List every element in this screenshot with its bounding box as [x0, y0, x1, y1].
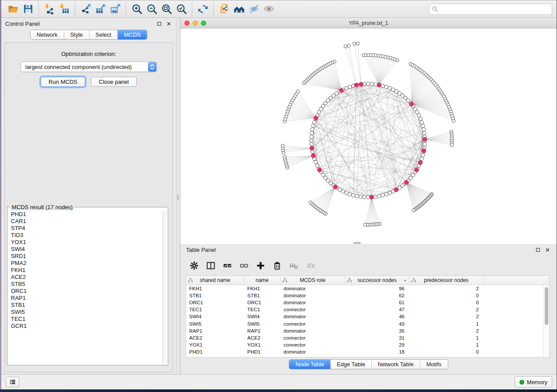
- control-panel-title: Control Panel: [5, 21, 40, 27]
- cell-mcds-role: dominator: [280, 314, 345, 319]
- mcds-result-item[interactable]: FKH1: [11, 267, 162, 274]
- split-panel-button[interactable]: [206, 261, 216, 271]
- add-column-plus-button[interactable]: [256, 261, 266, 271]
- table-row[interactable]: STB1STB1dominator620: [186, 292, 549, 299]
- mcds-result-item[interactable]: STB1: [11, 302, 162, 309]
- hide-selected-button[interactable]: [246, 3, 261, 16]
- cell-predecessor-nodes: 0: [409, 300, 484, 305]
- memory-button[interactable]: Memory: [515, 376, 552, 388]
- table-row[interactable]: PHD1PHD1dominator180: [186, 348, 549, 355]
- mcds-result-item[interactable]: GCR1: [11, 323, 162, 330]
- open-file-button[interactable]: [6, 3, 21, 16]
- table-row[interactable]: SWI5SWI5connector431: [186, 320, 549, 327]
- import-network-button[interactable]: [42, 3, 57, 16]
- mcds-result-item[interactable]: SWI5: [11, 309, 162, 316]
- mcds-result-item[interactable]: PMA2: [11, 260, 162, 267]
- select-all-checkboxes-button[interactable]: [222, 261, 232, 271]
- zoom-out-button[interactable]: [144, 3, 159, 16]
- float-table-panel-button[interactable]: [535, 247, 541, 253]
- export-network-button[interactable]: [78, 3, 93, 16]
- column-header-shared_name[interactable]: shared name: [186, 276, 244, 285]
- deselect-all-checkboxes-button[interactable]: [239, 261, 249, 271]
- network-canvas[interactable]: [180, 28, 557, 244]
- mcds-result-item[interactable]: ACE2: [11, 274, 162, 281]
- cell-name: RAP1: [244, 328, 280, 334]
- table-panel-title: Table Panel: [186, 247, 216, 253]
- mcds-result-item[interactable]: TEC1: [11, 316, 162, 323]
- column-header-mcds_role[interactable]: MCDS role: [280, 276, 345, 285]
- tab-style[interactable]: Style: [64, 30, 89, 39]
- zoom-selected-button[interactable]: [174, 3, 189, 16]
- column-header-successor_nodes[interactable]: successor nodes: [345, 276, 409, 285]
- panel-resize-grip[interactable]: [353, 242, 361, 244]
- cell-predecessor-nodes: 0: [409, 349, 484, 354]
- show-all-button[interactable]: [261, 3, 276, 16]
- mcds-result-item[interactable]: CAR1: [11, 218, 162, 225]
- zoom-fit-button[interactable]: [159, 3, 174, 16]
- cell-mcds-role: dominator: [280, 328, 345, 334]
- table-row[interactable]: SWI4SWI4dominator462: [186, 313, 549, 320]
- table-row[interactable]: RAP1RAP1dominator352: [186, 327, 549, 334]
- delete-trash-button[interactable]: [272, 261, 282, 271]
- refresh-button[interactable]: [195, 3, 210, 16]
- cell-mcds-role: connector: [280, 342, 345, 347]
- export-table-button[interactable]: [93, 3, 108, 16]
- cell-shared-name: RAP1: [186, 328, 244, 334]
- table-row[interactable]: ACE2ACE2connector311: [186, 334, 549, 341]
- network-graph[interactable]: [180, 28, 557, 244]
- float-panel-button[interactable]: [156, 21, 163, 27]
- control-panel-header: Control Panel: [1, 18, 176, 29]
- table-tab-node-table[interactable]: Node Table: [289, 360, 330, 369]
- table-row[interactable]: TEC1TEC1connector472: [186, 306, 549, 313]
- mcds-result-item[interactable]: STB5: [11, 281, 162, 288]
- close-window-icon[interactable]: [184, 21, 190, 26]
- mcds-result-item[interactable]: PHD1: [11, 211, 162, 218]
- column-header-name[interactable]: name: [244, 276, 280, 285]
- mcds-result-item[interactable]: TID3: [11, 232, 162, 239]
- mcds-result-item[interactable]: SRD1: [11, 253, 162, 260]
- mcds-result-scrollbar[interactable]: [162, 210, 167, 364]
- mcds-result-item[interactable]: SWI4: [11, 246, 162, 253]
- close-table-panel-button[interactable]: [544, 247, 551, 253]
- mcds-result-item[interactable]: STP4: [11, 225, 162, 232]
- table-row[interactable]: YOX1YOX1connector291: [186, 341, 549, 348]
- first-neighbors-icon: [233, 3, 245, 15]
- table-tab-network-table[interactable]: Network Table: [371, 360, 420, 369]
- vertical-splitter[interactable]: [176, 18, 180, 374]
- minimize-window-icon[interactable]: [193, 21, 198, 26]
- column-header-predecessor_nodes[interactable]: predecessor nodes: [409, 276, 484, 285]
- tab-network[interactable]: Network: [31, 30, 64, 39]
- tab-mcds[interactable]: MCDS: [118, 30, 147, 39]
- table-row[interactable]: ORC1ORC1dominator610: [186, 299, 549, 306]
- status-menu-button[interactable]: [6, 377, 19, 387]
- settings-gear-button[interactable]: [189, 261, 199, 271]
- mcds-result-item[interactable]: YOX1: [11, 239, 162, 246]
- table-scrollbar[interactable]: [543, 285, 549, 357]
- close-panel-button[interactable]: [166, 21, 172, 27]
- cell-predecessor-nodes: 0: [409, 293, 484, 298]
- first-neighbors-button[interactable]: [232, 3, 246, 16]
- export-image-button[interactable]: [108, 3, 123, 16]
- table-tab-edge-table[interactable]: Edge Table: [330, 360, 371, 369]
- cell-successor-nodes: 62: [345, 293, 409, 298]
- mcds-buttons-row: Run MCDS Close panel: [5, 77, 173, 87]
- table-row[interactable]: FKH1FKH1dominator962: [186, 285, 549, 292]
- import-table-button[interactable]: [57, 3, 72, 16]
- save-session-button[interactable]: [21, 3, 35, 16]
- maximize-window-icon[interactable]: [201, 21, 206, 26]
- cell-successor-nodes: 43: [345, 321, 409, 327]
- criterion-select[interactable]: largest connected component (undirected): [21, 62, 157, 72]
- mcds-result-item[interactable]: ORC1: [11, 288, 162, 295]
- cell-successor-nodes: 31: [345, 335, 409, 340]
- tab-select[interactable]: Select: [89, 30, 118, 39]
- zoom-in-button[interactable]: [129, 3, 144, 16]
- table-tab-motifs[interactable]: Motifs: [420, 360, 448, 369]
- search-box[interactable]: [429, 3, 552, 15]
- cell-shared-name: FKH1: [186, 286, 244, 291]
- duplicate-network-button[interactable]: [217, 3, 232, 16]
- mcds-result-item[interactable]: RAP1: [11, 295, 162, 302]
- table-scrollbar-thumb[interactable]: [545, 287, 548, 325]
- close-panel-button-mcds[interactable]: Close panel: [91, 77, 137, 87]
- search-input[interactable]: [440, 5, 550, 13]
- run-mcds-button[interactable]: Run MCDS: [41, 77, 85, 87]
